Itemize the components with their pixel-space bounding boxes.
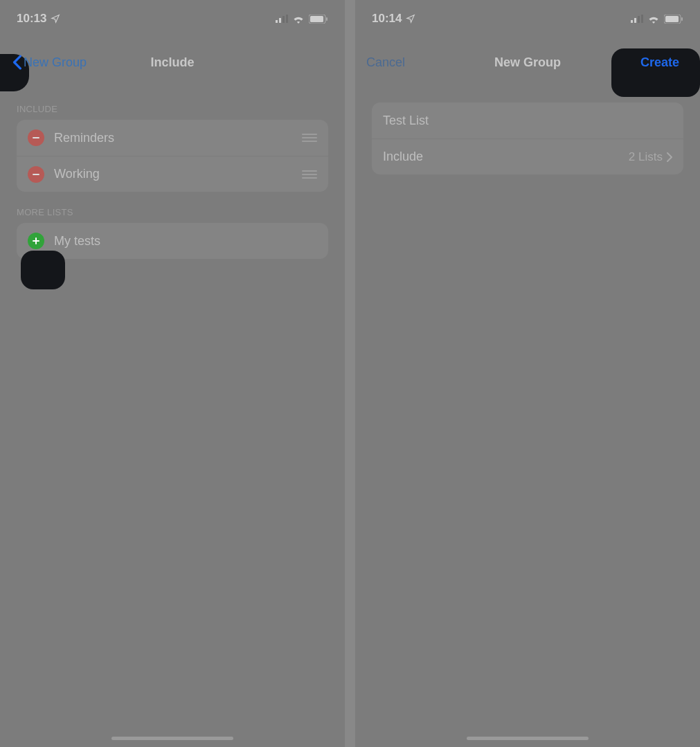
more-row-my-tests[interactable]: My tests bbox=[17, 223, 328, 259]
wifi-icon bbox=[647, 15, 660, 24]
status-time: 10:14 bbox=[372, 12, 402, 26]
group-name-row[interactable]: Test List bbox=[372, 102, 683, 138]
svg-rect-2 bbox=[282, 16, 285, 23]
battery-icon bbox=[309, 15, 328, 24]
svg-rect-3 bbox=[286, 15, 288, 23]
svg-rect-1 bbox=[279, 18, 281, 23]
remove-icon[interactable] bbox=[28, 166, 44, 183]
section-header-include: INCLUDE bbox=[0, 89, 345, 120]
nav-bar: New Group Include bbox=[0, 43, 345, 82]
chevron-left-icon bbox=[12, 55, 22, 70]
svg-rect-9 bbox=[638, 16, 640, 23]
status-bar: 10:13 bbox=[0, 0, 345, 30]
svg-rect-12 bbox=[665, 16, 679, 22]
cancel-button[interactable]: Cancel bbox=[366, 55, 405, 70]
list-item-label: My tests bbox=[54, 234, 100, 249]
include-row-reminders[interactable]: Reminders bbox=[17, 120, 328, 156]
home-indicator[interactable] bbox=[111, 737, 233, 740]
location-icon bbox=[406, 14, 415, 24]
group-name-input[interactable]: Test List bbox=[383, 114, 429, 128]
svg-rect-10 bbox=[641, 15, 643, 23]
back-label: New Group bbox=[24, 55, 87, 70]
home-indicator[interactable] bbox=[467, 737, 589, 740]
svg-rect-13 bbox=[681, 17, 683, 21]
add-icon[interactable] bbox=[28, 233, 44, 249]
new-group-form: Test List Include 2 Lists bbox=[372, 102, 683, 174]
nav-bar: Cancel New Group Create bbox=[355, 43, 700, 82]
include-row[interactable]: Include 2 Lists bbox=[372, 138, 683, 174]
status-bar: 10:14 bbox=[355, 0, 700, 30]
drag-handle-icon[interactable] bbox=[302, 170, 317, 179]
list-item-label: Working bbox=[54, 167, 100, 181]
svg-rect-5 bbox=[310, 16, 323, 22]
screenshot-left: 10:13 New Group Inclu bbox=[0, 0, 345, 747]
svg-rect-8 bbox=[634, 18, 636, 23]
list-item-label: Reminders bbox=[54, 131, 114, 145]
include-label: Include bbox=[383, 150, 423, 164]
signal-icon bbox=[276, 15, 288, 23]
svg-rect-6 bbox=[326, 17, 327, 21]
svg-rect-7 bbox=[631, 20, 633, 23]
svg-rect-0 bbox=[276, 20, 278, 23]
location-icon bbox=[51, 14, 60, 24]
include-list-group: Reminders Working bbox=[17, 120, 328, 192]
screenshot-right: 10:14 Cancel New Group Create bbox=[355, 0, 700, 747]
more-lists-group: My tests bbox=[17, 223, 328, 259]
chevron-right-icon bbox=[667, 152, 672, 162]
drag-handle-icon[interactable] bbox=[302, 134, 317, 142]
remove-icon[interactable] bbox=[28, 129, 44, 146]
section-header-more-lists: MORE LISTS bbox=[0, 192, 345, 223]
status-time: 10:13 bbox=[17, 12, 46, 26]
back-button[interactable]: New Group bbox=[11, 51, 89, 74]
include-row-working[interactable]: Working bbox=[17, 156, 328, 192]
battery-icon bbox=[664, 15, 683, 24]
wifi-icon bbox=[292, 15, 305, 24]
include-count: 2 Lists bbox=[629, 150, 663, 164]
signal-icon bbox=[631, 15, 643, 23]
highlight-add-button bbox=[21, 251, 65, 289]
create-button[interactable]: Create bbox=[631, 48, 689, 77]
